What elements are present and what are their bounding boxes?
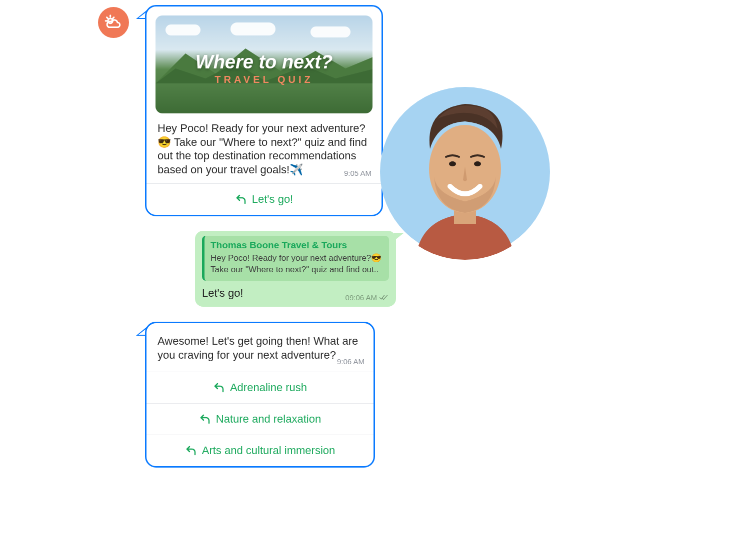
incoming-message-1: Where to next? TRAVEL QUIZ Hey Poco! Rea… [145, 5, 383, 216]
bot-avatar [98, 7, 129, 38]
msg2-meta: 09:06 AM [346, 293, 388, 302]
option-arts-cultural[interactable]: Arts and cultural immersion [146, 435, 374, 466]
msg3-body: Awesome! Let's get going then! What are … [146, 323, 374, 372]
svg-line-3 [107, 17, 108, 18]
reply-arrow-icon [185, 445, 197, 457]
reply-arrow-icon [235, 193, 247, 205]
msg3-text: Awesome! Let's get going then! What are … [158, 335, 358, 361]
hero-subtitle: TRAVEL QUIZ [156, 74, 372, 85]
msg1-text: Hey Poco! Ready for your next adventure?… [158, 122, 367, 176]
msg1-timestamp: 9:05 AM [344, 169, 372, 178]
double-check-icon [379, 294, 388, 301]
option-label: Nature and relaxation [216, 413, 321, 426]
reply-button-lets-go[interactable]: Let's go! [146, 184, 382, 215]
quote-sender-name: Thomas Boone Travel & Tours [210, 240, 383, 251]
msg2-timestamp: 09:06 AM [346, 293, 377, 302]
quoted-message[interactable]: Thomas Boone Travel & Tours Hey Poco! Re… [202, 236, 389, 281]
hero-image: Where to next? TRAVEL QUIZ [156, 15, 372, 113]
svg-point-11 [474, 161, 481, 166]
option-adrenaline-rush[interactable]: Adrenaline rush [146, 372, 374, 403]
hero-title: Where to next? [156, 51, 372, 73]
outgoing-message: Thomas Boone Travel & Tours Hey Poco! Re… [195, 231, 396, 307]
msg1-body: Hey Poco! Ready for your next adventure?… [146, 119, 382, 183]
svg-point-10 [449, 161, 456, 166]
quote-text: Hey Poco! Ready for your next adventure?… [210, 253, 383, 276]
reply-arrow-icon [199, 413, 211, 425]
option-label: Adrenaline rush [230, 381, 307, 394]
msg3-timestamp: 9:06 AM [337, 357, 364, 367]
reply-arrow-icon [213, 382, 225, 394]
user-avatar-photo [395, 94, 535, 269]
option-nature-relaxation[interactable]: Nature and relaxation [146, 404, 374, 435]
option-label: Arts and cultural immersion [202, 444, 336, 457]
hero-text-block: Where to next? TRAVEL QUIZ [156, 51, 372, 85]
reply-label: Let's go! [252, 193, 293, 206]
svg-line-4 [112, 17, 114, 18]
incoming-message-2: Awesome! Let's get going then! What are … [145, 322, 375, 468]
weather-sun-cloud-icon [104, 13, 123, 32]
